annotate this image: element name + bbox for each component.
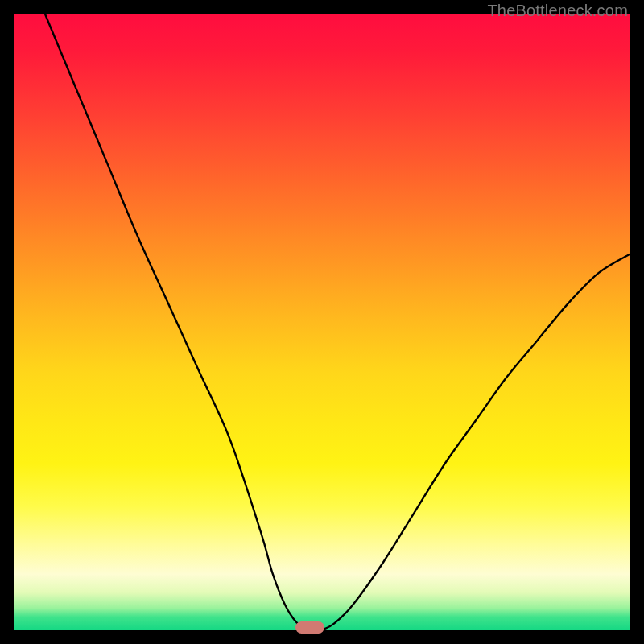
bottleneck-curve: [45, 14, 630, 630]
watermark-text: TheBottleneck.com: [487, 2, 628, 20]
chart-frame: TheBottleneck.com: [0, 0, 644, 644]
ideal-marker: [295, 621, 324, 634]
plot-area: [14, 14, 630, 630]
curve-svg: [14, 14, 630, 630]
